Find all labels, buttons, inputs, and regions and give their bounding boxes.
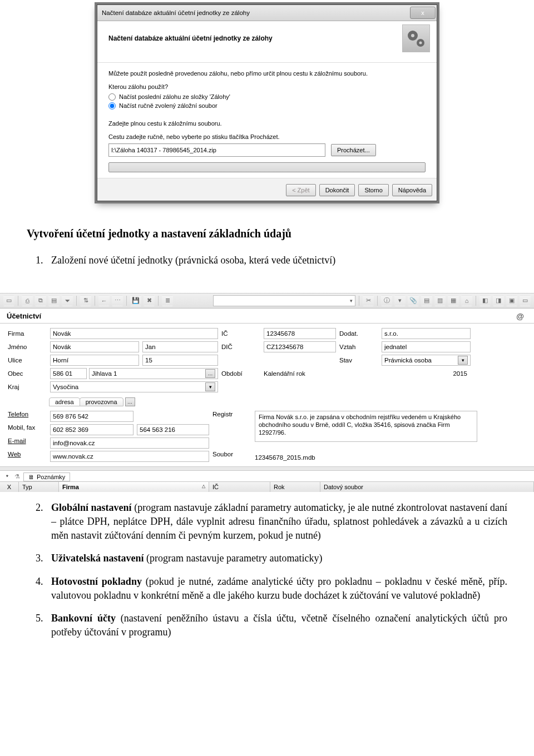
tb-back-icon[interactable]: ← (98, 295, 110, 306)
tb-calc-icon[interactable]: ⌂ (461, 295, 472, 306)
inp-vztah[interactable] (382, 341, 471, 352)
tb-acc3-icon[interactable]: ▦ (448, 295, 459, 306)
tab-poznamky[interactable]: 🗎 Poznámky (23, 472, 70, 481)
inp-mobil[interactable] (50, 424, 134, 435)
tb-sep (95, 296, 95, 306)
lbl-ic: IČ (221, 330, 260, 337)
tb-att-icon[interactable]: 📎 (408, 295, 419, 306)
ellipsis-icon[interactable]: … (205, 369, 215, 378)
inp-email[interactable] (50, 437, 209, 449)
chevron-down-icon[interactable]: ▾ (205, 382, 215, 391)
at-icon[interactable]: @ (516, 312, 528, 321)
close-button[interactable]: x (410, 7, 436, 19)
ellipsis-icon[interactable]: … (125, 397, 135, 406)
inp-dodat[interactable] (382, 328, 471, 339)
col-rok[interactable]: Rok (270, 482, 320, 492)
tb-sep (18, 296, 18, 306)
soubor-value: 12345678_2015.mdb (255, 451, 477, 461)
inp-kraj[interactable]: Vysočina ▾ (50, 381, 218, 392)
lbl-dodat: Dodat. (339, 330, 378, 337)
radio-manual-file-input[interactable] (108, 102, 116, 110)
tb-sep (377, 296, 378, 306)
col-typ[interactable]: Typ (19, 482, 59, 492)
tb-win3-icon[interactable]: ▣ (506, 295, 517, 306)
inp-web[interactable] (50, 451, 209, 462)
inp-ulice[interactable] (50, 355, 139, 366)
tb-print-icon[interactable]: ⎙ (22, 295, 33, 306)
lower-grid: Telefon Registr Firma Novák s.r.o. je za… (0, 411, 534, 466)
titlebar[interactable]: Načtení databáze aktuální účetní jednotk… (97, 5, 437, 21)
col-datsoubor[interactable]: Datový soubor (320, 482, 534, 492)
finish-button[interactable]: Dokončit (319, 184, 355, 196)
inp-psc[interactable] (50, 368, 87, 379)
radio-manual-file[interactable]: Načíst ručně zvolený záložní soubor (108, 102, 426, 110)
chevron-down-icon[interactable]: ▾ (458, 356, 468, 365)
lbl-web[interactable]: Web (8, 451, 47, 457)
inp-ic[interactable] (264, 328, 336, 339)
grid-headers: X Typ Firma △ IČ Rok Datový soubor (0, 481, 534, 492)
tb-info-icon[interactable]: ⓘ (381, 295, 392, 306)
inp-dic[interactable] (264, 341, 336, 352)
tb-filter-icon[interactable]: ⏷ (62, 295, 73, 306)
tb-acc1-icon[interactable]: ▤ (421, 295, 432, 306)
tb-doc-icon[interactable]: ▤ (48, 295, 60, 306)
path-label: Zadejte plnou cestu k záložnímu souboru. (108, 120, 426, 128)
tb-list-icon[interactable]: ≣ (162, 295, 173, 306)
inp-jmeno-last[interactable] (50, 341, 139, 352)
col-firma[interactable]: Firma △ (59, 482, 209, 492)
chevron-down-icon: ▾ (350, 298, 353, 304)
col-ic[interactable]: IČ (209, 482, 270, 492)
tb-cancel-icon[interactable]: ✖ (144, 295, 155, 306)
lbl-mobilfax: Mobil, fax (8, 424, 47, 431)
tb-win1-icon[interactable]: ◧ (479, 295, 491, 306)
toolbar-select[interactable]: ▾ (213, 295, 355, 306)
progress-bar (108, 162, 426, 172)
lbl-registr: Registr (212, 411, 251, 417)
tb-win2-icon[interactable]: ◨ (493, 295, 504, 306)
toolbar: ▭ ⎙ ⧉ ▤ ⏷ ⇅ ← ⋯ 💾 ✖ ≣ ▾ ✂ ⓘ ▾ 📎 ▤ ▥ ▦ ⌂ … (0, 293, 534, 309)
tb-save-icon[interactable]: 💾 (130, 295, 141, 306)
browse-button[interactable]: Procházet... (331, 144, 376, 156)
help-button[interactable]: Nápověda (392, 184, 432, 196)
tab-adresa[interactable]: adresa (49, 397, 80, 406)
radio-last-backup[interactable]: Načíst poslední zálohu ze složky 'Zálohy… (108, 93, 426, 101)
lbl-kraj: Kraj (8, 384, 47, 390)
lbl-soubor: Soubor (212, 451, 251, 457)
restore-dialog: Načtení databáze aktuální účetní jednotk… (97, 4, 437, 201)
tb-sort-icon[interactable]: ⇅ (80, 295, 91, 306)
lbl-email[interactable]: E-mail (8, 437, 47, 444)
inp-fax[interactable] (137, 424, 209, 435)
tb-cut-icon[interactable]: ✂ (363, 295, 374, 306)
inp-firma[interactable] (50, 328, 218, 339)
lbl-stav: Stav (339, 357, 378, 364)
path-hint: Cestu zadejte ručně, nebo vyberte po sti… (108, 133, 426, 140)
lbl-telefon[interactable]: Telefon (8, 411, 47, 417)
gears-icon (402, 24, 430, 52)
col-x[interactable]: X (0, 482, 19, 492)
filter-icon[interactable]: ⚗ (11, 473, 23, 480)
list-item-1: Založení nové účetní jednotky (právnická… (27, 253, 507, 267)
tb-win4-icon[interactable]: ▭ (520, 295, 531, 306)
star-tab[interactable]: * (3, 474, 11, 480)
tab-provozovna[interactable]: provozovna (80, 397, 123, 406)
inp-ulice-no[interactable] (142, 355, 218, 366)
inp-jmeno-first[interactable] (142, 341, 218, 352)
tb-chevron-icon[interactable]: ▾ (394, 295, 406, 306)
svg-point-3 (419, 42, 422, 44)
list-item-2: Globální nastavení (program nastavuje zá… (27, 501, 507, 543)
inp-stav[interactable]: Právnická osoba ▾ (382, 355, 471, 366)
path-input[interactable] (108, 143, 325, 157)
tb-forward-icon[interactable]: ⋯ (112, 295, 123, 306)
back-button[interactable]: < Zpět (286, 184, 316, 196)
tb-new-icon[interactable]: ▭ (3, 295, 14, 306)
radio-last-backup-input[interactable] (108, 93, 116, 101)
close-icon: x (421, 9, 424, 16)
inp-telefon[interactable] (50, 411, 134, 422)
dialog-intro: Můžete použít posledně provedenou zálohu… (108, 69, 426, 78)
col-firma-label: Firma (62, 484, 79, 490)
registr-box[interactable]: Firma Novák s.r.o. je zapsána v obchodní… (255, 411, 477, 442)
tb-preview-icon[interactable]: ⧉ (35, 295, 46, 306)
tb-acc2-icon[interactable]: ▥ (434, 295, 446, 306)
inp-mesto[interactable]: Jihlava 1 … (89, 368, 218, 379)
cancel-button[interactable]: Storno (358, 184, 388, 196)
